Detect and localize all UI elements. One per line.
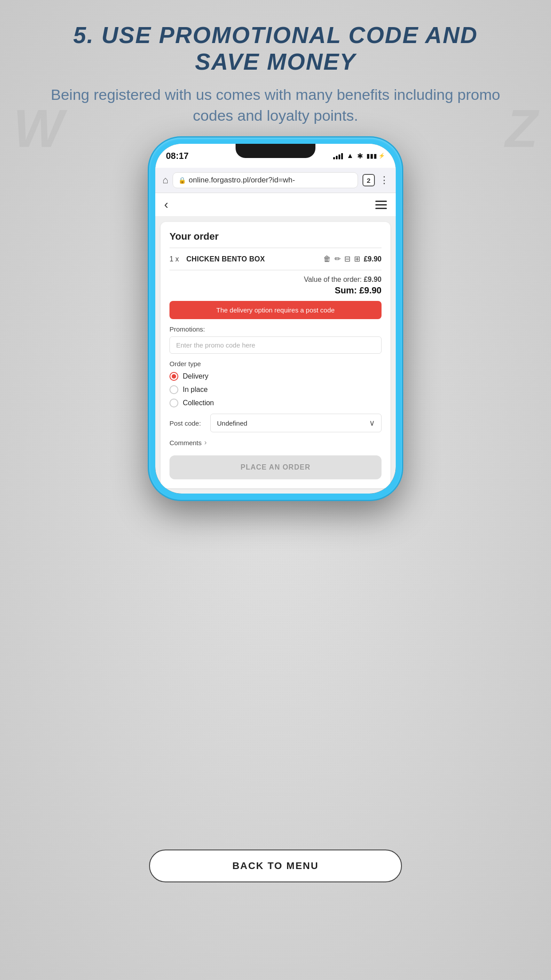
status-icons: ▲ ✱ ▮▮▮ ⚡	[333, 152, 385, 160]
postcode-value: Undefined	[217, 419, 247, 427]
minus-icon[interactable]: ⊟	[344, 254, 350, 264]
back-to-menu-button[interactable]: BACK TO MENU	[149, 850, 402, 882]
comments-label: Comments	[169, 439, 202, 447]
address-text: online.forgastro.pl/order?id=wh-	[189, 176, 352, 185]
back-to-menu-wrapper: BACK TO MENU	[149, 850, 402, 882]
app-content: Your order 1 x CHICKEN BENTO BOX 🗑 ✏ ⊟ ⊞…	[161, 222, 390, 488]
place-order-button[interactable]: PLACE AN ORDER	[169, 455, 382, 479]
order-title: Your order	[169, 231, 382, 248]
phone-inner: 08:17 ▲ ✱ ▮▮▮ ⚡	[155, 144, 396, 494]
home-icon[interactable]: ⌂	[162, 174, 168, 186]
order-actions: 🗑 ✏ ⊟ ⊞	[323, 254, 360, 264]
order-type-radio-group: Delivery In place Collection	[169, 372, 382, 407]
page-title-area: 5. USE PROMOTIONAL CODE AND SAVE MONEY B…	[0, 22, 551, 126]
tab-count[interactable]: 2	[362, 174, 375, 186]
plus-icon[interactable]: ⊞	[354, 254, 360, 264]
lock-icon: 🔒	[178, 177, 186, 184]
order-sum-line: Sum: £9.90	[169, 285, 382, 296]
phone-outer: 08:17 ▲ ✱ ▮▮▮ ⚡	[149, 138, 402, 500]
order-qty: 1 x	[169, 255, 183, 263]
browser-bar[interactable]: ⌂ 🔒 online.forgastro.pl/order?id=wh- 2 ⋮	[155, 168, 396, 193]
notch	[236, 144, 315, 158]
order-summary: Value of the order: £9.90 Sum: £9.90	[169, 276, 382, 296]
chevron-down-icon: ∨	[369, 418, 375, 428]
radio-delivery[interactable]: Delivery	[169, 372, 382, 381]
order-value-line: Value of the order: £9.90	[169, 276, 382, 284]
order-item-name: CHICKEN BENTO BOX	[186, 255, 320, 263]
radio-inplace[interactable]: In place	[169, 385, 382, 394]
delete-icon[interactable]: 🗑	[323, 255, 331, 264]
order-price: £9.90	[364, 255, 382, 263]
order-item: 1 x CHICKEN BENTO BOX 🗑 ✏ ⊟ ⊞ £9.90	[169, 254, 382, 270]
address-bar[interactable]: 🔒 online.forgastro.pl/order?id=wh-	[173, 172, 358, 188]
wifi-icon: ▲	[346, 152, 354, 160]
signal-bars-icon	[333, 152, 343, 159]
postcode-label: Post code:	[169, 419, 205, 427]
delivery-warning: The delivery option requires a post code	[169, 301, 382, 319]
postcode-select[interactable]: Undefined ∨	[210, 414, 382, 432]
status-bar: 08:17 ▲ ✱ ▮▮▮ ⚡	[155, 144, 396, 168]
comments-row[interactable]: Comments ›	[169, 439, 382, 449]
promotions-label: Promotions:	[169, 325, 382, 333]
radio-collection[interactable]: Collection	[169, 399, 382, 407]
radio-collection-circle[interactable]	[169, 399, 178, 407]
edit-icon[interactable]: ✏	[335, 254, 341, 264]
app-nav: ‹	[155, 193, 396, 217]
battery-icon: ▮▮▮ ⚡	[366, 152, 385, 159]
back-button[interactable]: ‹	[164, 198, 168, 212]
browser-menu-icon[interactable]: ⋮	[379, 174, 389, 186]
order-type-label: Order type	[169, 360, 382, 368]
phone-screen: 08:17 ▲ ✱ ▮▮▮ ⚡	[155, 144, 396, 494]
status-time: 08:17	[166, 151, 189, 161]
hamburger-menu-icon[interactable]	[375, 201, 387, 209]
phone-mockup: 08:17 ▲ ✱ ▮▮▮ ⚡	[149, 138, 402, 500]
promo-code-input[interactable]: Enter the promo code here	[169, 336, 382, 354]
chevron-right-icon: ›	[205, 439, 207, 447]
radio-delivery-circle[interactable]	[169, 372, 178, 381]
page-subtitle: Being registered with us comes with many…	[35, 84, 516, 126]
radio-inplace-circle[interactable]	[169, 385, 178, 394]
postcode-row: Post code: Undefined ∨	[169, 414, 382, 432]
page-title: 5. USE PROMOTIONAL CODE AND SAVE MONEY	[35, 22, 516, 75]
radio-collection-label: Collection	[183, 399, 214, 407]
radio-delivery-label: Delivery	[183, 372, 209, 380]
radio-inplace-label: In place	[183, 386, 208, 394]
bluetooth-icon: ✱	[357, 152, 363, 160]
